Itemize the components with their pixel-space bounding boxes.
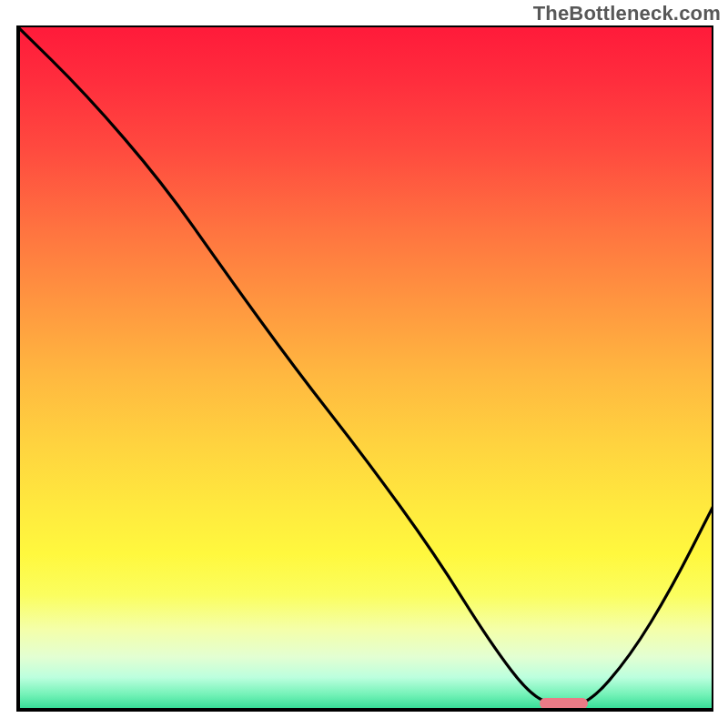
watermark-text: TheBottleneck.com — [533, 2, 721, 25]
minimum-marker — [540, 698, 589, 709]
bottleneck-chart: TheBottleneck.com — [0, 0, 728, 728]
plot-gradient-area — [16, 25, 713, 712]
